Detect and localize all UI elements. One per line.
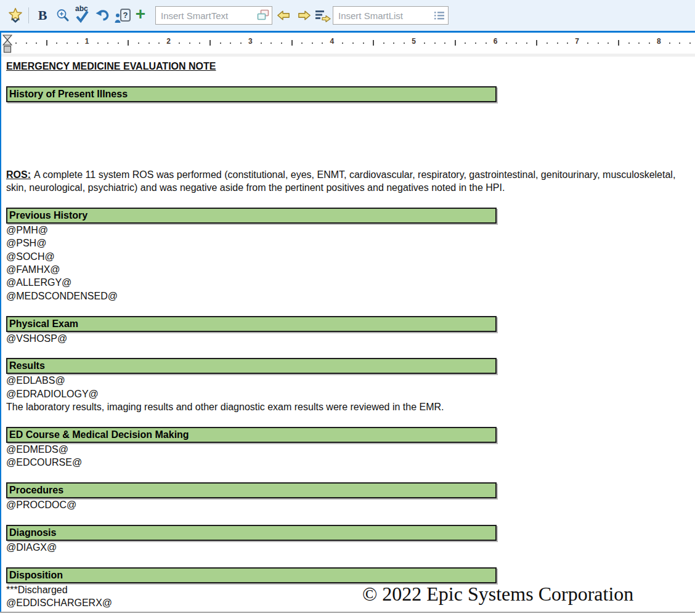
smarttext-input[interactable]: [155, 6, 272, 25]
note-title: EMERGENCY MEDICINE EVALUATION NOTE: [6, 60, 695, 73]
ruler-number: 2: [166, 37, 171, 46]
disposition-discharged-line: ***Discharged: [6, 583, 695, 596]
ruler-tick: [383, 43, 384, 44]
ruler-tick: [486, 43, 487, 44]
undo-icon: [96, 9, 110, 22]
ruler-tick: [342, 43, 343, 44]
ruler-half-tick: [618, 40, 619, 46]
ruler-tick: [557, 43, 558, 44]
token-edlabs: @EDLABS@: [6, 374, 695, 387]
ruler-tick: [301, 43, 303, 44]
ruler-number: 8: [657, 37, 661, 46]
ruler-tick: [689, 43, 691, 44]
ruler-tick: [322, 43, 323, 44]
ruler-tick: [669, 43, 670, 44]
person-icon: [115, 13, 121, 23]
ruler-tick: [649, 43, 650, 44]
smartlist-list-icon[interactable]: [433, 9, 445, 22]
token-pmh: @PMH@: [6, 224, 695, 237]
toolbar-divider: [28, 7, 29, 23]
ruler-tick: [434, 43, 436, 44]
magnifier-zoom-icon: [55, 8, 70, 23]
next-button[interactable]: [296, 0, 313, 31]
ruler-tick: [628, 43, 630, 44]
ruler-tick: [56, 43, 57, 44]
help-button[interactable]: ?: [113, 0, 132, 31]
zoom-button[interactable]: [54, 0, 71, 31]
ruler-number: 4: [330, 37, 335, 46]
previous-button[interactable]: [275, 0, 292, 31]
smartlist-input[interactable]: [333, 6, 449, 25]
list-arrow-icon: [314, 9, 331, 22]
token-edradiology: @EDRADIOLOGY@: [6, 387, 695, 400]
ruler-half-tick: [46, 40, 47, 46]
favorite-star-icon: [7, 7, 25, 23]
ruler-tick: [444, 43, 445, 44]
ruler-tick: [547, 43, 548, 44]
insert-list-button[interactable]: [313, 0, 331, 31]
add-button[interactable]: +: [132, 0, 149, 31]
token-famhx: @FAMHX@: [6, 263, 695, 276]
ruler-number: 7: [575, 37, 579, 46]
ruler-number: 3: [248, 37, 253, 46]
section-header-procedures: Procedures: [6, 482, 497, 498]
chief-complaint-line: Chief Complaint:@EDCC@: [6, 115, 695, 128]
ruler-tick: [230, 43, 231, 44]
ros-paragraph: ROS:A complete 11 system ROS was perform…: [6, 168, 691, 195]
smarttext-windows-icon[interactable]: [257, 9, 269, 22]
spellcheck-button[interactable]: abc: [73, 0, 93, 31]
ruler-indent-marker[interactable]: [2, 34, 12, 53]
ruler-half-tick: [455, 40, 456, 46]
ruler-tick: [220, 43, 221, 44]
ruler-tick: [638, 43, 640, 44]
token-edcourse: @EDCOURSE@: [6, 456, 695, 469]
token-psh: @PSH@: [6, 237, 695, 249]
section-header-history-of-present-illness: History of Present Illness: [6, 86, 497, 102]
arrow-right-icon: [298, 10, 311, 21]
ruler-tick: [67, 43, 68, 44]
bold-label: B: [38, 7, 47, 23]
section-header-results: Results: [6, 358, 497, 374]
undo-button[interactable]: [94, 0, 112, 31]
ruler-tick: [36, 43, 37, 44]
hpi-line: HPI:@NAME@ is a @AGE@ @SEX@ ***: [6, 142, 695, 155]
token-medscondensed: @MEDSCONDENSED@: [6, 290, 695, 302]
results-review-sentence: The laboratory results, imaging results …: [6, 400, 695, 413]
ruler-half-tick: [209, 40, 211, 46]
person-question-icon: ?: [115, 8, 131, 23]
ruler-tick: [77, 43, 78, 44]
ruler-tick: [15, 43, 17, 44]
ruler-tick: [179, 43, 180, 44]
section-header-disposition: Disposition: [6, 567, 497, 583]
ruler: 12345678: [1, 33, 695, 54]
ruler-tick: [526, 43, 527, 44]
arrow-left-icon: [277, 10, 290, 21]
bold-button[interactable]: B: [35, 0, 51, 31]
ruler-tick: [679, 43, 680, 44]
document-editor[interactable]: EMERGENCY MEDICINE EVALUATION NOTE Histo…: [1, 57, 695, 612]
ruler-tick: [598, 43, 599, 44]
ruler-tick: [199, 43, 200, 44]
token-edmeds: @EDMEDS@: [6, 443, 695, 456]
ruler-tick: [475, 43, 476, 44]
token-vshosp: @VSHOSP@: [6, 332, 695, 345]
ros-label: ROS:: [6, 169, 31, 180]
ruler-tick: [118, 43, 119, 44]
ros-text: A complete 11 system ROS was performed (…: [6, 169, 675, 193]
section-header-ed-course: ED Course & Medical Decision Making: [6, 427, 497, 443]
ruler-number: 1: [85, 37, 89, 46]
ruler-half-tick: [373, 40, 374, 46]
ruler-tick: [506, 43, 507, 44]
toolbar: B abc ? +: [0, 0, 695, 31]
section-header-physical-exam: Physical Exam: [6, 316, 497, 332]
ruler-tick: [107, 43, 108, 44]
check-icon: [75, 10, 91, 24]
token-soch: @SOCH@: [6, 250, 695, 263]
favorites-button[interactable]: [6, 0, 26, 31]
ruler-number: 6: [494, 37, 498, 46]
spellcheck-icon: abc: [74, 6, 92, 25]
ruler-tick: [516, 43, 517, 44]
ruler-tick: [158, 43, 160, 44]
smartlist-combo: [333, 6, 449, 25]
ruler-tick: [404, 43, 405, 44]
